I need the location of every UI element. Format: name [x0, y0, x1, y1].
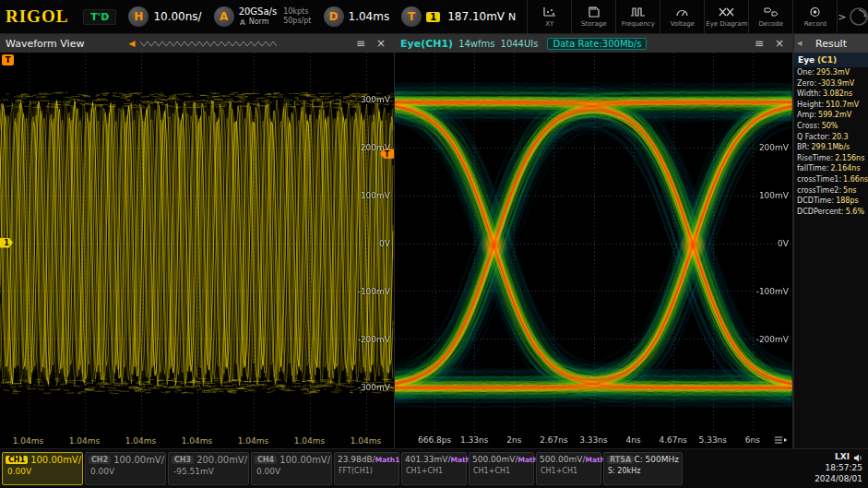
tool-eye-diagram[interactable]: Eye Diagram — [704, 0, 748, 33]
acquire-info[interactable]: 20GSa/s Norm — [239, 6, 278, 27]
measurement-row: Zero:-303.9mV — [794, 78, 868, 89]
math2-box[interactable]: 401.33mV/Math2 CH1+CH1 — [401, 452, 467, 485]
delay-knob[interactable]: D — [324, 6, 344, 27]
result-source-type: Eye — [798, 55, 814, 65]
clock-time: 18:57:25 — [814, 463, 862, 474]
eye-time-axis: 666.8ps 1.33ns 2ns 2.67ns 3.33ns 4ns 4.6… — [395, 434, 792, 448]
horizontal-scale-value[interactable]: 10.00ns/ — [153, 10, 201, 23]
voltage-label: 0V — [379, 239, 390, 248]
result-source-channel: (C1) — [817, 55, 837, 65]
circular-control-button[interactable] — [847, 5, 868, 29]
horizontal-knob[interactable]: H — [128, 6, 149, 27]
tool-voltage[interactable]: Voltage — [660, 0, 704, 33]
tool-storage[interactable]: Storage — [571, 0, 615, 33]
tool-record[interactable]: Record — [792, 0, 837, 33]
rtsa-box[interactable]: RTSAC: 500MHz S: 20kHz — [603, 452, 683, 485]
voltage-label: -200mV — [756, 335, 789, 344]
eye-title: Eye(CH1) — [400, 38, 453, 50]
channel2-box[interactable]: CH2 100.00mV/ 0.00V — [85, 452, 166, 485]
tool-label: Record — [804, 20, 826, 28]
channel-offset: -95.51mV — [172, 467, 245, 476]
eye-diagram-icon — [719, 6, 734, 18]
channel-status-bar: CH1 100.00mV/ Ω 0.00V CH2 100.00mV/ 0.00… — [0, 448, 868, 488]
acquire-knob[interactable]: A — [214, 6, 234, 27]
tool-decode[interactable]: Decode — [748, 0, 792, 33]
eye-menu-icon[interactable]: ≡ — [752, 37, 767, 50]
channel-offset: 0.00V — [6, 467, 79, 476]
memory-left-arrow[interactable]: ◀ — [128, 39, 135, 48]
channel-tag: CH4 — [255, 456, 277, 464]
time-label: 4ns — [626, 435, 641, 445]
result-header[interactable]: ◀ Result — [794, 34, 868, 53]
channel4-box[interactable]: CH4 100.00mV/ 0.00V — [251, 452, 332, 485]
eye-display[interactable]: 200mV 100mV 0V -100mV -200mV — [395, 53, 792, 434]
tool-label: Voltage — [671, 20, 695, 28]
acquire-mode-label: Norm — [249, 18, 269, 27]
result-title: Result — [815, 38, 847, 50]
oscilloscope-screen: RIGOL T'D H 10.00ns/ A 20GSa/s Norm 10kp… — [0, 0, 868, 488]
delay-value[interactable]: 1.04ms — [349, 10, 390, 23]
voltage-label: 300mV — [361, 95, 390, 104]
norm-mode-icon — [239, 18, 247, 26]
waveform-close-icon[interactable]: × — [374, 37, 388, 50]
xy-icon — [542, 6, 557, 18]
eye-wfms-count: 14wfms — [458, 39, 494, 49]
trigger-knob[interactable]: T — [401, 6, 422, 27]
waveform-menu-icon[interactable]: ≡ — [353, 37, 368, 50]
rtsa-tag: RTSA — [607, 456, 634, 464]
record-icon — [809, 6, 821, 18]
math-expression: FFT(CH1) — [338, 467, 396, 475]
math4-box[interactable]: 500.00mV/Math4 CH1+CH1 — [536, 452, 601, 485]
time-label: 4.67ns — [659, 435, 686, 445]
measurement-row: Amp:599.2mV — [794, 110, 868, 121]
time-label: 5.33ns — [699, 435, 727, 445]
axis-menu-icon[interactable] — [773, 435, 788, 445]
time-label: 3.33ns — [579, 435, 607, 445]
trigger-coupling-label: N — [508, 11, 516, 23]
time-label: 1.04ms — [281, 436, 338, 446]
waveform-view-panel: Waveform View ◀ ≡ × T 1 T 300mV 200mV 10… — [0, 34, 395, 448]
time-label: 666.8ps — [418, 435, 451, 445]
channel-offset: 0.00V — [89, 467, 162, 476]
time-label: 1.04ms — [0, 436, 56, 446]
channel-scale: 100.00mV/ — [30, 455, 81, 465]
measurement-row: Q Factor:20.3 — [794, 132, 868, 143]
decode-icon — [764, 6, 779, 18]
channel3-box[interactable]: CH3 200.00mV/ Ω -95.51mV — [168, 452, 249, 485]
waveform-view-title: Waveform View — [6, 38, 84, 50]
time-resolution-value: 50ps/pt — [283, 17, 311, 26]
channel-tag: CH2 — [89, 456, 111, 464]
tool-xy[interactable]: XY — [527, 0, 571, 33]
voltage-label: 100mV — [361, 191, 390, 200]
trigger-position-marker[interactable]: T — [2, 54, 14, 65]
time-label: 1.04ms — [338, 436, 394, 446]
speaker-icon[interactable] — [853, 454, 862, 462]
channel-tag: CH1 — [6, 456, 28, 464]
channel1-box[interactable]: CH1 100.00mV/ Ω 0.00V — [2, 452, 83, 485]
toolbar-expand-button[interactable]: > — [837, 0, 846, 33]
channel-scale: 100.00mV/ — [113, 455, 164, 465]
measurement-row: One:295.3mV — [794, 67, 868, 78]
math3-box[interactable]: 500.00mV/Math3 CH1+CH1 — [469, 452, 534, 485]
measurement-row: Height:510.7mV — [794, 100, 868, 111]
trigger-level-value[interactable]: 187.10mV — [447, 10, 505, 23]
channel-scale: 200.00mV/ — [196, 455, 247, 465]
math1-box[interactable]: 23.98dB/Math1 FFT(CH1) — [334, 452, 399, 485]
lxi-badge: LXI — [835, 452, 850, 463]
tool-frequency[interactable]: Frequency — [615, 0, 660, 33]
rigol-logo: RIGOL — [6, 6, 68, 27]
rtsa-span: S: 20kHz — [607, 467, 679, 475]
voltage-label: -100mV — [358, 287, 390, 296]
eye-ui-count: 1044UIs — [501, 39, 539, 49]
eye-close-icon[interactable]: × — [772, 37, 787, 50]
voltage-label: -300mV — [358, 383, 390, 392]
voltage-label: -200mV — [358, 335, 390, 344]
result-source-row[interactable]: Eye (C1) — [794, 53, 868, 67]
math-expression: CH1+CH1 — [405, 467, 463, 475]
tool-label: Decode — [758, 20, 783, 28]
waveform-display[interactable]: T 1 T 300mV 200mV 100mV 0V -100mV -200mV… — [0, 53, 394, 434]
math-tag: Math1 — [375, 456, 400, 464]
time-label: 1.04ms — [225, 436, 281, 446]
trigger-source-chip[interactable]: 1 — [426, 12, 440, 22]
clock-date: 2024/08/01 — [814, 474, 862, 485]
